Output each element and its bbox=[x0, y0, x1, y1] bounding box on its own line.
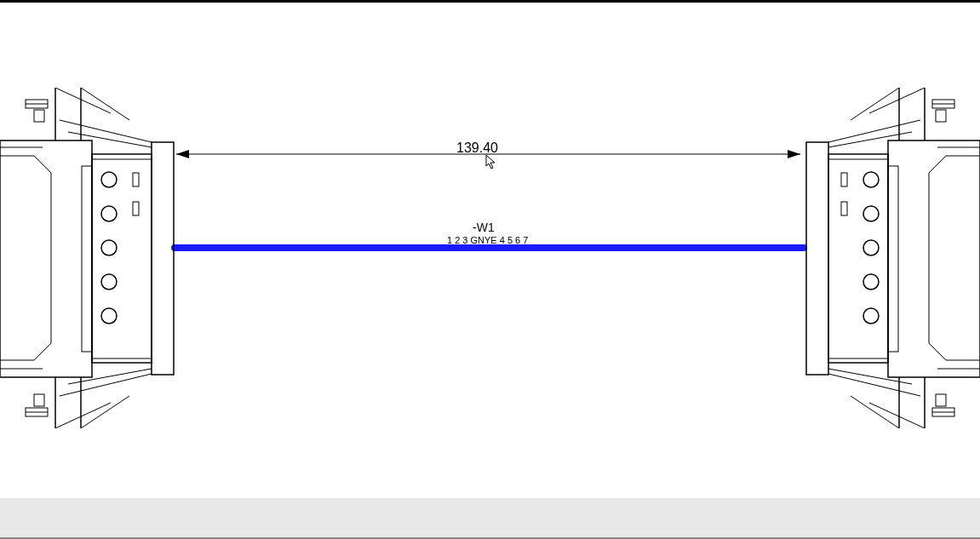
svg-rect-43 bbox=[806, 142, 828, 375]
svg-line-36 bbox=[34, 156, 51, 173]
svg-point-52 bbox=[863, 308, 879, 324]
svg-point-49 bbox=[863, 206, 879, 221]
svg-rect-71 bbox=[936, 394, 946, 406]
svg-rect-24 bbox=[34, 110, 44, 122]
svg-line-66 bbox=[869, 403, 925, 428]
connector-left bbox=[0, 88, 213, 428]
connector-right bbox=[767, 88, 980, 428]
svg-line-29 bbox=[81, 396, 129, 428]
svg-rect-5 bbox=[152, 142, 174, 375]
svg-point-50 bbox=[863, 240, 879, 255]
svg-rect-53 bbox=[841, 173, 847, 186]
svg-rect-47 bbox=[888, 166, 898, 352]
svg-point-14 bbox=[101, 308, 117, 324]
svg-rect-62 bbox=[936, 110, 946, 122]
svg-rect-16 bbox=[133, 202, 139, 215]
svg-line-28 bbox=[55, 403, 111, 428]
svg-point-13 bbox=[101, 274, 117, 290]
svg-line-67 bbox=[851, 396, 899, 428]
drawing-canvas[interactable]: 139.40 -W1 1 2 3 GNYE 4 5 6 7 bbox=[0, 3, 980, 488]
svg-line-74 bbox=[929, 156, 946, 173]
svg-rect-33 bbox=[34, 394, 44, 406]
svg-rect-4 bbox=[0, 140, 92, 377]
svg-point-11 bbox=[101, 206, 117, 221]
svg-rect-44 bbox=[828, 154, 888, 363]
svg-line-57 bbox=[869, 88, 925, 113]
svg-line-58 bbox=[851, 88, 899, 120]
svg-point-51 bbox=[863, 274, 879, 290]
svg-rect-15 bbox=[133, 173, 139, 186]
svg-point-10 bbox=[101, 172, 117, 187]
status-bar bbox=[0, 498, 980, 539]
svg-point-12 bbox=[101, 240, 117, 255]
svg-rect-9 bbox=[82, 166, 92, 352]
svg-rect-42 bbox=[888, 140, 980, 377]
svg-point-48 bbox=[863, 172, 879, 187]
svg-rect-6 bbox=[92, 154, 152, 363]
svg-rect-54 bbox=[841, 202, 847, 215]
svg-line-76 bbox=[929, 343, 946, 360]
svg-line-69 bbox=[828, 369, 912, 384]
svg-line-38 bbox=[34, 343, 51, 360]
svg-line-31 bbox=[68, 369, 152, 384]
svg-line-20 bbox=[81, 88, 129, 120]
svg-line-19 bbox=[55, 88, 111, 113]
